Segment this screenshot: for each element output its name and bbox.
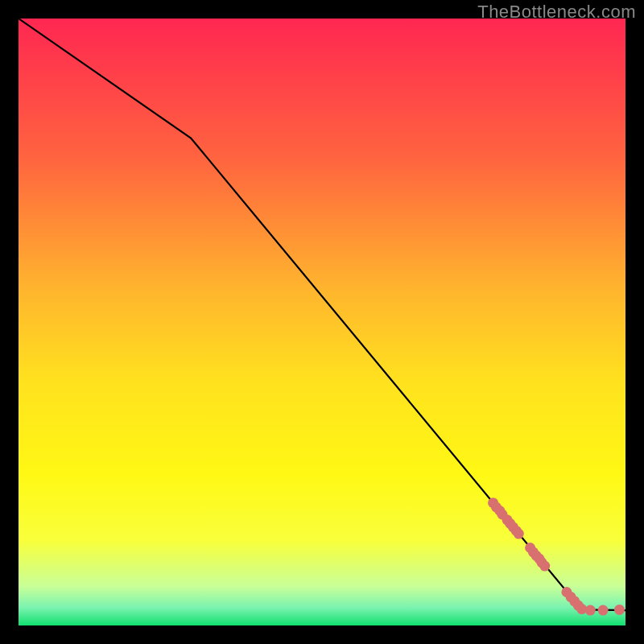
chart-frame: TheBottleneck.com [0,0,644,644]
data-point [614,605,625,615]
data-point [539,561,550,572]
data-point [598,605,609,616]
data-point [585,605,596,616]
chart-svg [19,19,625,625]
plot-area [19,19,625,625]
gradient-background [19,19,625,625]
data-point [514,529,524,539]
watermark-text: TheBottleneck.com [477,2,636,23]
